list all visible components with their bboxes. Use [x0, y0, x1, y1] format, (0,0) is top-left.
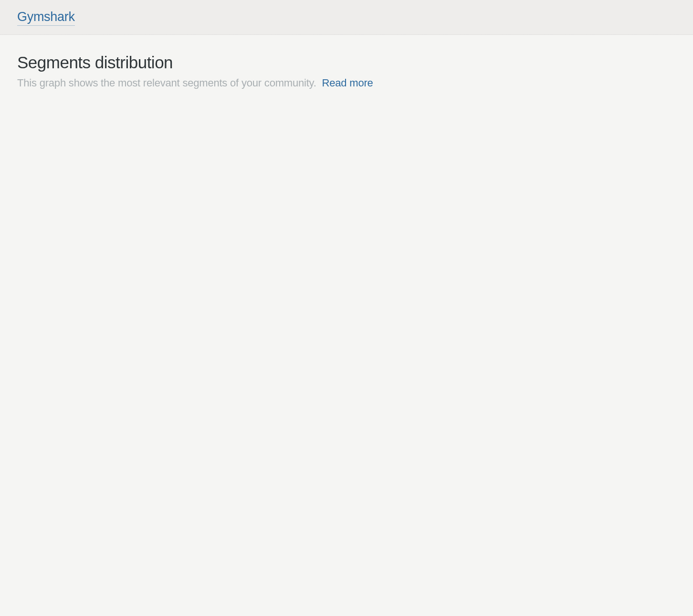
description-text: This graph shows the most relevant segme… — [17, 77, 316, 89]
page-title: Segments distribution — [17, 53, 676, 72]
page-description: This graph shows the most relevant segme… — [17, 77, 676, 89]
header-bar: Gymshark — [0, 0, 693, 35]
main-content: Segments distribution This graph shows t… — [0, 35, 693, 552]
read-more-link[interactable]: Read more — [322, 77, 373, 89]
graph-area — [17, 104, 676, 533]
brand-link[interactable]: Gymshark — [17, 10, 75, 26]
